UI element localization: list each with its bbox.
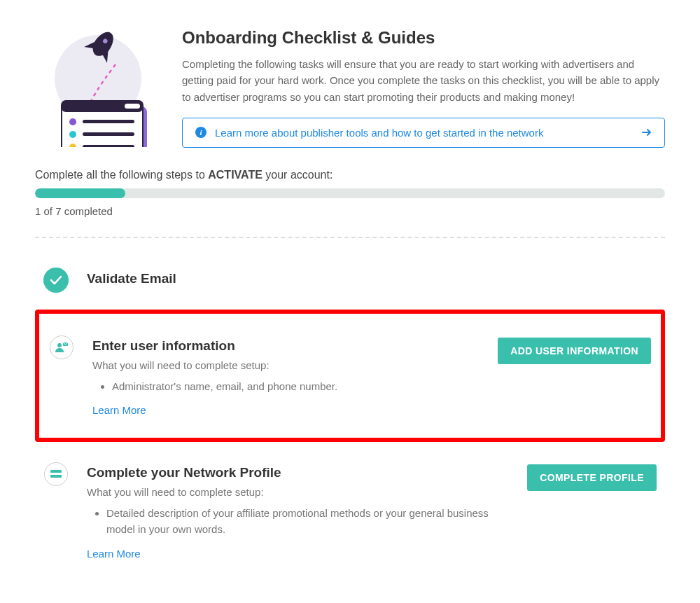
- learn-more-banner[interactable]: i Learn more about publisher tools and h…: [182, 118, 665, 148]
- step-enter-user-info: Enter user information What you will nee…: [35, 310, 665, 442]
- progress-label: 1 of 7 completed: [35, 205, 665, 217]
- step-title: Enter user information: [92, 338, 479, 354]
- section-divider: [35, 237, 665, 238]
- requirement-item: Administrator's name, email, and phone n…: [112, 378, 479, 394]
- svg-point-12: [57, 343, 62, 347]
- svg-rect-15: [50, 475, 62, 478]
- onboarding-header: Onboarding Checklist & Guides Completing…: [35, 28, 665, 148]
- arrow-right-icon: [642, 128, 652, 137]
- onboarding-illustration: [35, 28, 161, 147]
- svg-rect-14: [50, 470, 62, 473]
- step-requirements: Administrator's name, email, and phone n…: [92, 378, 479, 394]
- svg-rect-11: [83, 145, 134, 147]
- check-icon: [43, 268, 69, 293]
- svg-rect-5: [125, 104, 140, 109]
- svg-point-7: [69, 131, 76, 138]
- user-info-icon: [50, 335, 74, 359]
- learn-more-link[interactable]: Learn More: [87, 548, 141, 560]
- page-title: Onboarding Checklist & Guides: [182, 28, 665, 48]
- profile-icon: [44, 462, 68, 486]
- step-title: Validate Email: [87, 271, 657, 286]
- step-title: Complete your Network Profile: [87, 465, 509, 480]
- step-complete-network-profile: Complete your Network Profile What you w…: [35, 449, 665, 573]
- requirement-item: Detailed description of your affiliate p…: [106, 505, 509, 538]
- svg-rect-10: [83, 132, 134, 136]
- step-validate-email: Validate Email: [35, 255, 665, 305]
- activate-instructions: Complete all the following steps to ACTI…: [35, 169, 665, 181]
- info-icon: i: [195, 127, 206, 138]
- complete-profile-button[interactable]: COMPLETE PROFILE: [527, 464, 657, 491]
- svg-point-6: [69, 118, 76, 125]
- step-requirements: Detailed description of your affiliate p…: [87, 505, 509, 538]
- progress-fill: [35, 188, 125, 198]
- svg-rect-9: [83, 120, 134, 123]
- add-user-information-button[interactable]: ADD USER INFORMATION: [498, 338, 651, 364]
- step-subtitle: What you will need to complete setup:: [92, 359, 479, 371]
- page-description: Completing the following tasks will ensu…: [182, 56, 665, 105]
- step-subtitle: What you will need to complete setup:: [87, 486, 509, 498]
- learn-more-link[interactable]: Learn More: [92, 404, 146, 416]
- learn-more-banner-text: Learn more about publisher tools and how…: [215, 127, 543, 139]
- progress-bar: [35, 188, 665, 198]
